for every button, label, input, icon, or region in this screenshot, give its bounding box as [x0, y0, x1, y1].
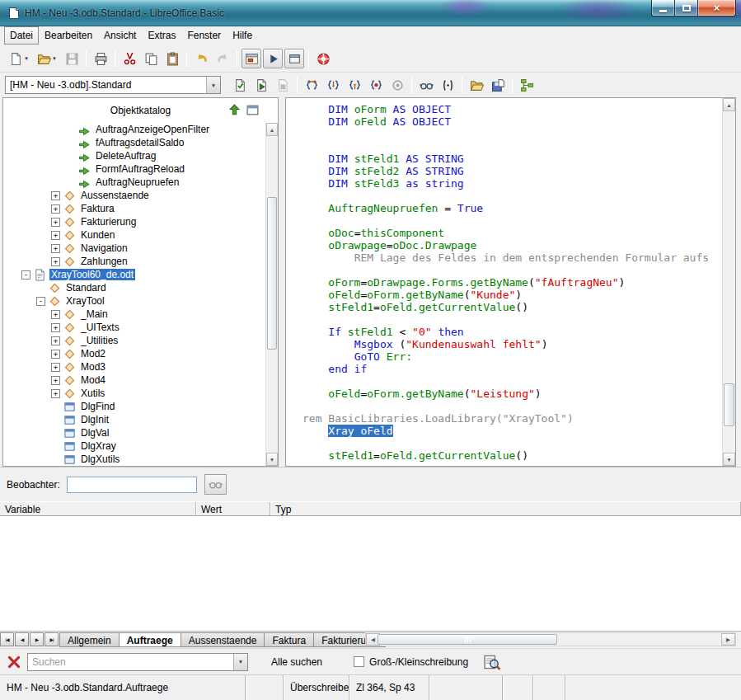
search-all-button[interactable]: Alle suchen — [268, 655, 326, 669]
status-cell-3[interactable]: Zl 364, Sp 43 — [349, 675, 429, 700]
search-input[interactable]: Suchen ▼ — [27, 653, 248, 671]
tree-item-mod4[interactable]: +Mod4 — [3, 373, 265, 387]
export-source-button[interactable] — [488, 75, 508, 95]
tree-item-dlginit[interactable]: DlgInit — [3, 413, 265, 426]
object-catalog-button[interactable] — [517, 75, 537, 95]
menu-datei[interactable]: Datei — [4, 26, 39, 45]
tree-item-dlgxutils[interactable]: DlgXutils — [3, 453, 265, 466]
tree-item--main[interactable]: +_Main — [3, 308, 265, 321]
tree-item-standard[interactable]: Standard — [3, 281, 265, 294]
tree-item-dlgfind[interactable]: DlgFind — [3, 400, 265, 413]
close-search-icon[interactable] — [7, 655, 21, 669]
tree-item-deleteauftrag[interactable]: DeleteAuftrag — [3, 149, 265, 162]
scroll-down-icon[interactable]: ▼ — [266, 453, 278, 466]
maximize-button[interactable] — [674, 0, 698, 16]
play-button[interactable] — [263, 49, 283, 68]
expand-icon[interactable]: + — [51, 336, 60, 345]
expand-icon[interactable]: + — [51, 231, 60, 240]
tree-item-auftragneupruefen[interactable]: AuftragNeupruefen — [3, 176, 265, 189]
expand-icon[interactable]: + — [51, 323, 60, 332]
tabs-prev-button[interactable]: ◀ — [15, 632, 29, 646]
menu-bearbeiten[interactable]: Bearbeiten — [39, 26, 98, 45]
tab-allgemein[interactable]: Allgemein — [59, 632, 120, 647]
expand-icon[interactable]: + — [51, 191, 60, 200]
copy-button[interactable] — [141, 49, 161, 68]
expand-icon[interactable]: + — [51, 389, 60, 398]
remove-watch-button[interactable] — [204, 474, 227, 495]
catalog-up-button[interactable] — [226, 101, 242, 118]
help-button[interactable] — [313, 49, 333, 68]
tree-item-xraytool60-de-odt[interactable]: -XrayTool60_de.odt — [3, 268, 265, 281]
scroll-up-icon[interactable]: ▲ — [266, 123, 278, 136]
stop-button[interactable] — [273, 75, 293, 95]
find-parentheses-button[interactable] — [438, 75, 457, 95]
tree-item--uitexts[interactable]: +_UITexts — [3, 321, 265, 334]
library-select[interactable]: [HM - Neu -3.odb].Standard ▼ — [5, 76, 221, 94]
menu-extras[interactable]: Extras — [142, 26, 181, 45]
watch-input[interactable] — [67, 477, 197, 493]
tree-item--utilities[interactable]: +_Utilities — [3, 334, 265, 347]
search-icon[interactable] — [483, 653, 501, 671]
tree-item-faktura[interactable]: +Faktura — [3, 202, 265, 215]
compile-button[interactable] — [230, 75, 250, 95]
dialog-button[interactable] — [242, 49, 261, 68]
horizontal-scrollbar-thumb[interactable] — [378, 634, 557, 645]
tree-item-aussenstaende[interactable]: +Aussenstaende — [3, 189, 265, 202]
tree-item-fauftragsdetailsaldo[interactable]: fAuftragsdetailSaldo — [3, 136, 265, 149]
paste-button[interactable] — [162, 49, 182, 68]
expand-icon[interactable]: + — [51, 376, 60, 385]
object-catalog-tree[interactable]: AuftragAnzeigeOpenFilterfAuftragsdetailS… — [3, 123, 265, 466]
collapse-icon[interactable]: - — [21, 270, 30, 280]
scroll-up-icon[interactable]: ▲ — [723, 98, 735, 111]
tree-item-xutils[interactable]: +Xutils — [3, 387, 265, 400]
tree-item-fakturierung[interactable]: +Fakturierung — [3, 215, 265, 228]
tree-item-zahlungen[interactable]: +Zahlungen — [3, 255, 265, 268]
expand-icon[interactable]: + — [51, 363, 60, 372]
collapse-icon[interactable]: - — [36, 297, 45, 306]
tree-item-dlgval[interactable]: DlgVal — [3, 426, 265, 439]
scroll-right-icon[interactable]: ▶ — [721, 633, 735, 646]
title-bar[interactable]: HM - Neu -3.odb.Standard - LibreOffice B… — [0, 0, 741, 26]
tree-item-navigation[interactable]: +Navigation — [3, 242, 265, 255]
status-cell-2[interactable]: Überschreiben — [284, 675, 349, 700]
import-source-button[interactable] — [467, 75, 486, 95]
editor-vertical-scrollbar[interactable]: ▲ ▼ — [722, 98, 735, 466]
catalog-scrollbar[interactable]: ▲ ▼ — [265, 123, 278, 466]
tabs-next-button[interactable]: ▶ — [30, 632, 44, 646]
tree-item-formfauftragreload[interactable]: FormfAuftragReload — [3, 162, 265, 176]
editor-scrollbar-thumb[interactable] — [724, 383, 734, 426]
match-case-checkbox[interactable] — [354, 656, 364, 667]
enable-watch-button[interactable] — [416, 75, 436, 95]
match-case-label[interactable]: Groß-/Kleinschreibung — [369, 656, 468, 668]
windows-button[interactable] — [284, 49, 304, 68]
tree-item-kunden[interactable]: +Kunden — [3, 228, 265, 242]
tab-aussenstaende[interactable]: Aussenstaende — [181, 632, 265, 647]
expand-icon[interactable]: + — [51, 218, 60, 227]
save-button[interactable] — [62, 49, 82, 68]
search-dropdown-button[interactable]: ▼ — [233, 654, 247, 670]
expand-icon[interactable]: + — [51, 257, 60, 266]
tree-item-dlgxray[interactable]: DlgXray — [3, 439, 265, 453]
tabs-last-button[interactable]: ▶| — [45, 632, 59, 646]
step-out-button[interactable] — [345, 75, 364, 95]
print-button[interactable] — [91, 49, 110, 68]
tree-item-auftraganzeigeopenfilter[interactable]: AuftragAnzeigeOpenFilter — [3, 123, 265, 136]
expand-icon[interactable]: + — [51, 310, 60, 319]
open-button[interactable]: ▼ — [34, 49, 60, 68]
catalog-dock-button[interactable] — [244, 101, 260, 118]
manage-breakpoints-button[interactable] — [387, 75, 407, 95]
watch-table-body[interactable] — [0, 516, 741, 632]
library-select-dropdown-button[interactable]: ▼ — [206, 77, 220, 93]
tab-auftraege[interactable]: Auftraege — [119, 632, 181, 647]
code-editor[interactable]: DIM oForm AS OBJECT DIM oFeld AS OBJECT … — [286, 98, 721, 466]
cut-button[interactable] — [120, 49, 139, 68]
tabs-first-button[interactable]: |◀ — [0, 632, 14, 646]
expand-icon[interactable]: + — [51, 244, 60, 253]
undo-button[interactable] — [191, 49, 211, 68]
tab-faktura[interactable]: Faktura — [264, 632, 314, 647]
catalog-scrollbar-thumb[interactable] — [267, 197, 277, 350]
tree-item-mod3[interactable]: +Mod3 — [3, 360, 265, 373]
toggle-breakpoint-button[interactable] — [366, 75, 386, 95]
tree-item-xraytool[interactable]: -XrayTool — [3, 294, 265, 308]
menu-ansicht[interactable]: Ansicht — [98, 26, 142, 45]
